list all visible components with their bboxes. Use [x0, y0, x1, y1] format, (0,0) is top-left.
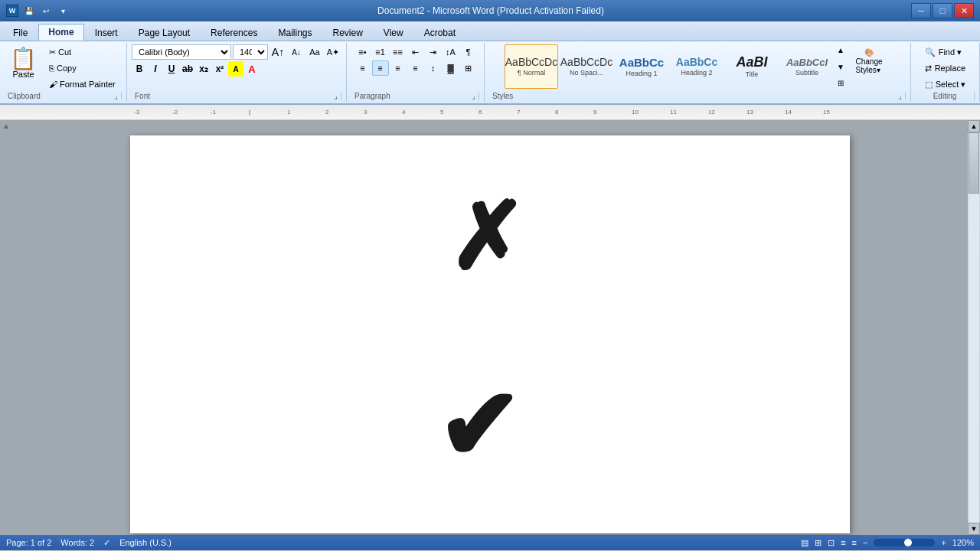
- cut-button[interactable]: ✂ Cut: [45, 44, 122, 60]
- styles-scroll-down[interactable]: ▼: [837, 63, 844, 71]
- clipboard-dialog-launcher[interactable]: ⌟: [114, 92, 118, 100]
- font-dialog-launcher[interactable]: ⌟: [334, 92, 338, 100]
- zoom-out-button[interactable]: −: [863, 538, 867, 547]
- scroll-down-button[interactable]: ▼: [968, 523, 980, 535]
- tab-references[interactable]: References: [201, 24, 267, 41]
- document-scroll[interactable]: ✗ ✔: [12, 120, 968, 535]
- maximize-button[interactable]: □: [933, 3, 952, 18]
- center-button[interactable]: ≡: [372, 60, 389, 76]
- editing-label: Editing: [933, 92, 957, 100]
- word-count: Words: 2: [60, 538, 94, 547]
- multilevel-list-button[interactable]: ≡≡: [390, 44, 407, 60]
- styles-more[interactable]: ⊞: [838, 79, 844, 87]
- italic-button[interactable]: I: [148, 61, 163, 77]
- styles-scroll-up[interactable]: ▲: [837, 46, 844, 54]
- sort-button[interactable]: ↕A: [443, 44, 459, 60]
- app-icon: W: [6, 5, 18, 17]
- spell-check-icon[interactable]: ✓: [103, 538, 110, 548]
- tab-insert[interactable]: Insert: [85, 24, 128, 41]
- style-heading2[interactable]: AaBbCc Heading 2: [670, 44, 724, 89]
- replace-icon: ⇄: [925, 64, 932, 73]
- style-heading1-label: Heading 1: [626, 70, 657, 77]
- copy-button[interactable]: ⎘ Copy: [45, 60, 122, 76]
- scroll-left-btn[interactable]: ▲: [2, 122, 10, 130]
- align-left-button[interactable]: ≡: [354, 60, 371, 76]
- view-draft-icon[interactable]: ≡: [852, 538, 857, 547]
- bullets-button[interactable]: ≡•: [354, 44, 371, 60]
- replace-button[interactable]: ⇄ Replace: [920, 60, 971, 76]
- decrease-indent-button[interactable]: ⇤: [407, 44, 424, 60]
- document-area: ▲ ✗ ✔ ▲ ▼: [0, 120, 980, 535]
- tab-page-layout[interactable]: Page Layout: [129, 24, 200, 41]
- align-right-button[interactable]: ≡: [390, 60, 407, 76]
- tab-view[interactable]: View: [374, 24, 413, 41]
- style-subtitle-preview: AaBbCcI: [786, 57, 828, 67]
- change-styles-label: ChangeStyles▾: [855, 57, 882, 74]
- select-icon: ⬚: [925, 80, 933, 90]
- style-normal[interactable]: AaBbCcDc ¶ Normal: [505, 44, 558, 89]
- language-indicator[interactable]: English (U.S.): [119, 538, 172, 547]
- quick-access-dropdown[interactable]: ▾: [55, 4, 70, 18]
- line-spacing-button[interactable]: ↕: [425, 60, 442, 76]
- scroll-up-button[interactable]: ▲: [968, 120, 980, 132]
- editing-group: 🔍 Find ▾ ⇄ Replace ⬚ Select ▾ Editing: [911, 43, 980, 102]
- tab-home[interactable]: Home: [38, 24, 83, 41]
- style-heading1[interactable]: AaBbCc Heading 1: [615, 44, 668, 89]
- save-button[interactable]: 💾: [21, 4, 37, 18]
- select-button[interactable]: ⬚ Select ▾: [920, 77, 972, 92]
- underline-button[interactable]: U: [164, 61, 179, 77]
- find-button[interactable]: 🔍 Find ▾: [920, 44, 967, 60]
- styles-dialog-launcher[interactable]: ⌟: [898, 92, 902, 100]
- numbering-button[interactable]: ≡1: [372, 44, 389, 60]
- tab-file[interactable]: File: [3, 24, 38, 41]
- paste-button[interactable]: 📋 Paste: [5, 44, 42, 83]
- paragraph-dialog-launcher[interactable]: ⌟: [472, 92, 475, 100]
- font-color-button[interactable]: A: [244, 61, 260, 77]
- scroll-thumb[interactable]: [969, 132, 979, 194]
- document-page[interactable]: ✗ ✔: [130, 135, 850, 533]
- shrink-font-button[interactable]: A↓: [288, 44, 305, 60]
- status-bar: Page: 1 of 2 Words: 2 ✓ English (U.S.) ▤…: [0, 535, 980, 550]
- replace-label: Replace: [935, 64, 965, 73]
- zoom-in-button[interactable]: +: [941, 538, 946, 547]
- zoom-slider[interactable]: [874, 539, 935, 546]
- style-no-spacing[interactable]: AaBbCcDc No Spaci...: [560, 44, 613, 89]
- format-painter-button[interactable]: 🖌 Format Painter: [45, 77, 122, 92]
- increase-indent-button[interactable]: ⇥: [425, 44, 442, 60]
- minimize-button[interactable]: ─: [911, 3, 931, 18]
- font-size-select[interactable]: 140: [233, 44, 268, 60]
- superscript-button[interactable]: x²: [212, 61, 227, 77]
- tab-acrobat[interactable]: Acrobat: [414, 24, 466, 41]
- view-web-icon[interactable]: ⊡: [828, 538, 835, 548]
- change-styles-button[interactable]: 🎨 ChangeStyles▾: [848, 44, 890, 78]
- justify-button[interactable]: ≡: [407, 60, 424, 76]
- clear-format-button[interactable]: Aa: [306, 44, 323, 60]
- svg-text:✗: ✗: [448, 197, 525, 281]
- text-highlight-button[interactable]: A: [228, 61, 243, 77]
- tab-mailings[interactable]: Mailings: [268, 24, 322, 41]
- subscript-button[interactable]: x₂: [196, 61, 211, 77]
- style-subtitle[interactable]: AaBbCcI Subtitle: [780, 44, 834, 89]
- style-title-label: Title: [746, 70, 759, 78]
- grow-font-button[interactable]: A↑: [270, 44, 286, 60]
- strikethrough-button[interactable]: ab: [180, 61, 195, 77]
- shading-button[interactable]: ▓: [443, 60, 459, 76]
- paragraph-group: ≡• ≡1 ≡≡ ⇤ ⇥ ↕A ¶ ≡ ≡ ≡ ≡ ↕ ▓ ⊞ Paragrap…: [347, 43, 485, 102]
- borders-button[interactable]: ⊞: [460, 60, 477, 76]
- show-paragraph-button[interactable]: ¶: [460, 44, 477, 60]
- style-normal-label: ¶ Normal: [518, 69, 545, 77]
- scroll-track[interactable]: [969, 132, 979, 523]
- tab-review[interactable]: Review: [322, 24, 372, 41]
- window-controls: ─ □ ✕: [911, 3, 974, 18]
- font-name-select[interactable]: Calibri (Body): [132, 44, 231, 60]
- zoom-level[interactable]: 120%: [952, 538, 974, 547]
- undo-button[interactable]: ↩: [38, 4, 54, 18]
- text-effects-button[interactable]: A✦: [325, 44, 341, 60]
- view-normal-icon[interactable]: ▤: [801, 538, 808, 548]
- ruler: -3 -2 -1 | 1 2 3 4 5 6 7 8 9 10 11 12 13…: [0, 105, 980, 120]
- bold-button[interactable]: B: [132, 61, 147, 77]
- close-button[interactable]: ✕: [954, 3, 974, 18]
- view-outline-icon[interactable]: ≡: [841, 538, 845, 547]
- view-fullscreen-icon[interactable]: ⊞: [815, 538, 822, 548]
- style-title[interactable]: AaBI Title: [725, 44, 779, 89]
